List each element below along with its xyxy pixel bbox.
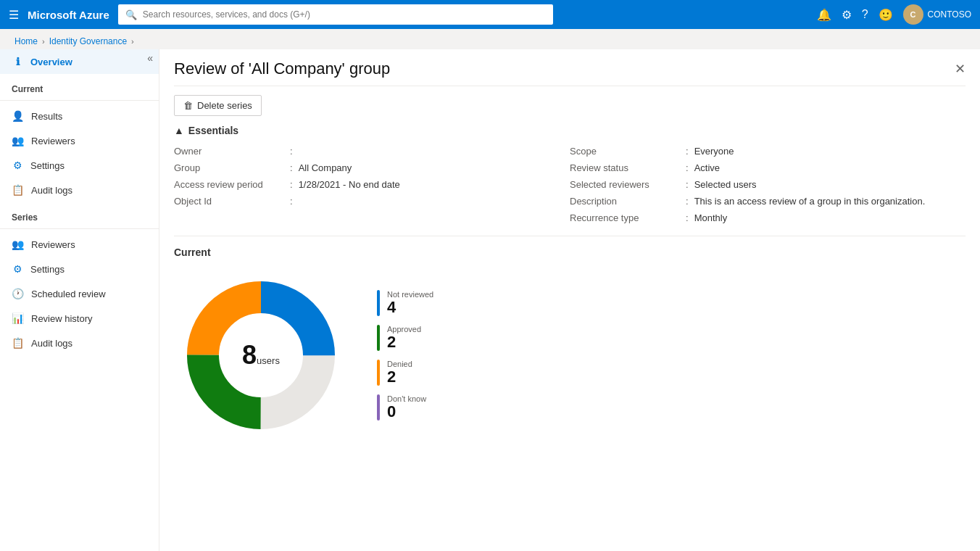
legend-text-approved: Approved 2 [387,325,421,351]
sidebar-item-audit-label: Audit logs [31,185,72,196]
sidebar-item-series-audit-logs[interactable]: 📋 Audit logs [0,331,159,355]
essentials-right-col: Scope : Everyone Review status : Active … [570,144,966,225]
sidebar-item-review-history[interactable]: 📊 Review history [0,306,159,331]
sidebar-item-settings-label: Settings [30,160,65,171]
legend-item-approved: Approved 2 [377,325,433,351]
help-icon[interactable]: ? [862,8,868,21]
essentials-grid: Owner : Group : All Company Access revie… [174,144,966,236]
legend-value-denied: 2 [387,368,412,386]
hamburger-icon[interactable]: ☰ [9,8,19,22]
sidebar-item-results[interactable]: 👤 Results [0,104,159,128]
essentials-owner-label: Owner [174,146,290,157]
donut-svg [174,268,348,442]
scheduled-review-icon: 🕐 [12,288,24,299]
essentials-reviewers-row: Selected reviewers : Selected users [570,177,966,192]
page-header: Review of 'All Company' group ✕ [174,49,966,86]
essentials-status-value: Active [694,162,720,173]
overview-icon: ℹ [12,56,23,67]
user-menu[interactable]: C CONTOSO [903,4,971,25]
legend-bar-dont-know [377,394,380,420]
topnav: ☰ Microsoft Azure 🔍 🔔 ⚙ ? 🙂 C CONTOSO [0,0,980,29]
audit-logs-icon: 📋 [12,184,24,196]
essentials-status-label: Review status [570,162,686,173]
essentials-scope-value: Everyone [694,146,734,157]
breadcrumb: Home › Identity Governance › [0,29,980,49]
essentials-chevron-icon: ▲ [174,125,184,136]
sidebar-item-scheduled-review[interactable]: 🕐 Scheduled review [0,281,159,306]
essentials-description-row: Description : This is an access review o… [570,194,966,209]
search-input[interactable] [143,9,546,20]
sidebar-item-series-settings[interactable]: ⚙ Settings [0,257,159,281]
chart-container: 8users Not reviewed 4 [174,268,966,442]
sidebar-item-scheduled-review-label: Scheduled review [31,289,106,299]
page-container: « ℹ Overview Current 👤 Results 👥 Reviewe… [0,49,980,551]
essentials-scope-label: Scope [570,146,686,157]
legend-label-not-reviewed: Not reviewed [387,290,433,299]
breadcrumb-sep1: › [42,37,45,46]
essentials-group-row: Group : All Company [174,160,570,175]
sidebar-item-series-reviewers-label: Reviewers [31,239,75,250]
sidebar: « ℹ Overview Current 👤 Results 👥 Reviewe… [0,49,159,551]
current-title: Current [174,246,966,258]
essentials-owner-row: Owner : [174,144,570,159]
main-content: Review of 'All Company' group ✕ 🗑 Delete… [159,49,980,551]
sidebar-item-settings[interactable]: ⚙ Settings [0,153,159,178]
series-section-label: Series [0,202,159,225]
sidebar-item-reviewers-label: Reviewers [31,136,75,146]
topnav-icons: 🔔 ⚙ ? 🙂 C CONTOSO [817,4,971,25]
review-history-icon: 📊 [12,312,24,324]
brand-label: Microsoft Azure [28,9,109,21]
sidebar-item-overview[interactable]: ℹ Overview [0,49,159,74]
delete-icon: 🗑 [183,100,193,111]
settings-icon[interactable]: ⚙ [842,8,852,22]
sidebar-item-review-history-label: Review history [31,313,93,324]
sidebar-item-series-audit-label: Audit logs [31,338,72,349]
essentials-reviewers-label: Selected reviewers [570,179,686,190]
essentials-header[interactable]: ▲ Essentials [174,125,966,136]
legend-bar-approved [377,325,380,351]
essentials-description-value: This is an access review of a group in t… [694,196,926,207]
sidebar-item-series-settings-label: Settings [30,264,65,275]
search-box[interactable]: 🔍 [118,4,553,25]
series-reviewers-icon: 👥 [12,239,24,250]
donut-chart: 8users [174,268,348,442]
essentials-section: ▲ Essentials Owner : Group : All Company [174,125,966,236]
sidebar-item-reviewers[interactable]: 👥 Reviewers [0,128,159,153]
settings-nav-icon: ⚙ [12,160,23,171]
essentials-left-col: Owner : Group : All Company Access revie… [174,144,570,225]
notifications-icon[interactable]: 🔔 [817,8,831,22]
breadcrumb-sep2: › [131,37,134,46]
current-section-label: Current [0,74,159,97]
legend-value-approved: 2 [387,334,421,351]
breadcrumb-parent[interactable]: Identity Governance [49,36,127,46]
breadcrumb-home[interactable]: Home [14,36,38,46]
essentials-scope-row: Scope : Everyone [570,144,966,159]
essentials-objectid-label: Object Id [174,196,290,207]
sidebar-collapse-button[interactable]: « [147,52,153,64]
essentials-recurrence-value: Monthly [694,212,728,223]
essentials-period-value: 1/28/2021 - No end date [299,179,400,190]
delete-series-button[interactable]: 🗑 Delete series [174,95,262,116]
legend-bar-not-reviewed [377,290,380,316]
essentials-group-value: All Company [299,162,352,173]
series-settings-icon: ⚙ [12,263,23,275]
sidebar-item-series-reviewers[interactable]: 👥 Reviewers [0,232,159,257]
legend-value-not-reviewed: 4 [387,299,433,316]
essentials-period-row: Access review period : 1/28/2021 - No en… [174,177,570,192]
legend-text-not-reviewed: Not reviewed 4 [387,290,433,316]
delete-series-label: Delete series [197,100,252,111]
feedback-icon[interactable]: 🙂 [879,8,893,22]
legend-value-dont-know: 0 [387,403,426,420]
legend-item-dont-know: Don't know 0 [377,394,433,420]
legend-item-not-reviewed: Not reviewed 4 [377,290,433,316]
legend-label-approved: Approved [387,325,421,334]
sidebar-item-audit-logs[interactable]: 📋 Audit logs [0,178,159,202]
essentials-recurrence-row: Recurrence type : Monthly [570,210,966,225]
username-label: CONTOSO [928,9,971,20]
legend-text-dont-know: Don't know 0 [387,394,426,420]
reviewers-icon: 👥 [12,135,24,146]
chart-legend: Not reviewed 4 Approved 2 [377,290,433,421]
essentials-reviewers-value: Selected users [694,179,757,190]
close-icon[interactable]: ✕ [955,61,966,77]
results-icon: 👤 [12,110,24,122]
